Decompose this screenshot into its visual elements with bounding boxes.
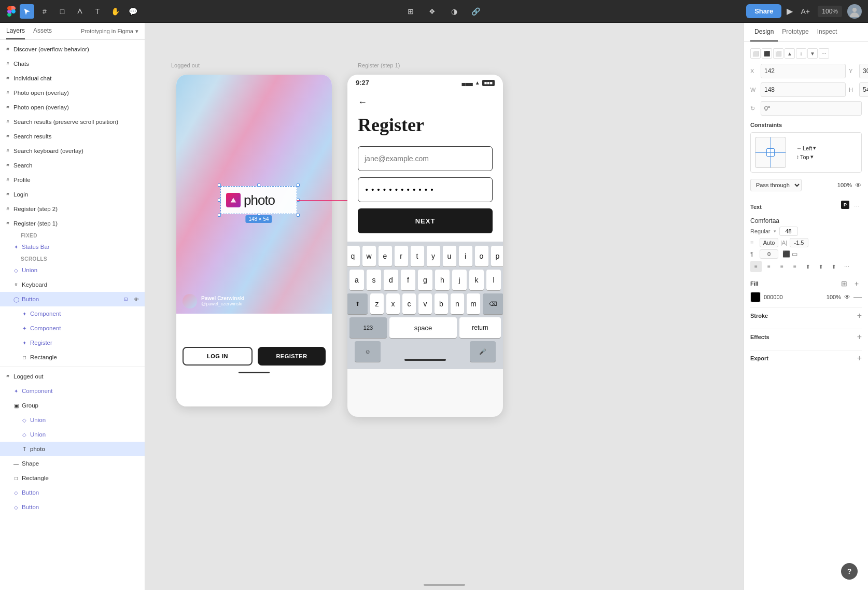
align-center-v-icon[interactable]: ↕ — [796, 48, 806, 59]
align-right-icon[interactable]: ⬜ — [773, 48, 783, 59]
text-align-center[interactable]: ⬛ — [782, 250, 790, 258]
key-mic[interactable]: 🎤 — [470, 341, 496, 362]
align-justify-btn[interactable]: ≡ — [789, 261, 801, 272]
key-v[interactable]: v — [418, 293, 432, 314]
key-e[interactable]: e — [379, 246, 392, 266]
key-o[interactable]: o — [475, 246, 488, 266]
key-h[interactable]: h — [435, 270, 450, 290]
blend-mode-select[interactable]: Pass through Normal Multiply — [750, 179, 802, 191]
a-plus-tool[interactable]: A+ — [798, 4, 813, 19]
layer-shape[interactable]: — Shape — [0, 456, 145, 471]
export-add-button[interactable]: + — [857, 354, 862, 363]
key-b[interactable]: b — [435, 293, 448, 314]
key-a[interactable]: a — [349, 270, 364, 290]
layer-register[interactable]: ✦ Register — [0, 335, 145, 350]
layer-group[interactable]: ▣ Group — [0, 398, 145, 413]
layer-photo-open-2[interactable]: # Photo open (overlay) — [0, 100, 145, 115]
register-button[interactable]: REGISTER — [258, 347, 326, 366]
next-button[interactable]: NEXT — [358, 208, 493, 233]
key-g[interactable]: g — [418, 270, 432, 290]
key-k[interactable]: k — [469, 270, 484, 290]
handle-tl[interactable] — [218, 184, 221, 187]
layer-discover[interactable]: # Discover (overflow behavior) — [0, 42, 145, 57]
layer-register-step1[interactable]: # Register (step 1) — [0, 216, 145, 231]
paragraph-input[interactable] — [760, 249, 778, 259]
key-x[interactable]: x — [386, 293, 400, 314]
layer-profile[interactable]: # Profile — [0, 173, 145, 187]
layer-register-step2[interactable]: # Register (step 2) — [0, 202, 145, 216]
layer-rectangle[interactable]: □ Rectangle — [0, 350, 145, 364]
play-button[interactable]: ▶ — [787, 6, 793, 16]
component-tool[interactable]: ❖ — [425, 4, 440, 19]
photo-logo-box[interactable]: photo 148 × 54 179 — [220, 186, 297, 214]
hand-tool[interactable]: ✋ — [108, 4, 122, 19]
key-p[interactable]: p — [491, 246, 503, 266]
key-d[interactable]: d — [384, 270, 398, 290]
line-height-input[interactable] — [760, 238, 778, 247]
key-w[interactable]: w — [362, 246, 376, 266]
key-backspace[interactable]: ⌫ — [483, 293, 503, 314]
text-tool[interactable]: T — [90, 4, 105, 19]
prototyping-label[interactable]: Prototyping in Figma ▾ — [81, 27, 138, 39]
share-button[interactable]: Share — [746, 4, 781, 18]
key-m[interactable]: m — [467, 293, 480, 314]
w-input[interactable] — [761, 82, 846, 97]
align-top-icon[interactable]: ▲ — [785, 48, 795, 59]
key-l[interactable]: l — [486, 270, 501, 290]
key-y[interactable]: y — [427, 246, 440, 266]
h-input[interactable] — [859, 82, 868, 97]
handle-bl[interactable] — [218, 214, 221, 217]
frame-tool[interactable]: # — [37, 4, 52, 19]
comment-tool[interactable]: 💬 — [125, 4, 140, 19]
layer-button-2[interactable]: ◇ Button — [0, 485, 145, 500]
help-button[interactable]: ? — [841, 563, 858, 580]
fill-add-icon[interactable]: + — [851, 278, 862, 289]
layer-union-1[interactable]: ◇ Union — [0, 413, 145, 427]
pen-tool[interactable] — [73, 4, 87, 19]
layer-photo-text[interactable]: T photo — [0, 442, 145, 456]
handle-br[interactable] — [297, 214, 300, 217]
key-z[interactable]: z — [370, 293, 384, 314]
align-left-icon[interactable]: ⬜ — [750, 48, 761, 59]
password-input[interactable] — [358, 177, 493, 202]
visibility-toggle[interactable]: 👁 — [855, 181, 862, 189]
vertical-constraint[interactable]: ↕ Top ▾ — [796, 153, 816, 160]
contrast-tool[interactable]: ◑ — [447, 4, 461, 19]
login-button[interactable]: LOG IN — [183, 347, 253, 366]
layer-photo-open-1[interactable]: # Photo open (overlay) — [0, 86, 145, 100]
link-tool[interactable]: 🔗 — [469, 4, 483, 19]
figma-logo[interactable] — [6, 6, 17, 17]
layer-button-3[interactable]: ◇ Button — [0, 500, 145, 514]
layer-chats[interactable]: # Chats — [0, 57, 145, 71]
back-button[interactable]: ← — [358, 97, 493, 108]
layer-component-1[interactable]: ✦ Component — [0, 306, 145, 321]
shape-tool[interactable]: □ — [55, 4, 69, 19]
key-t[interactable]: t — [411, 246, 424, 266]
handle-tr[interactable] — [297, 184, 300, 187]
key-n[interactable]: n — [451, 293, 464, 314]
fill-grid-icon[interactable]: ⊞ — [839, 278, 849, 289]
align-bottom-icon[interactable]: ▼ — [807, 48, 818, 59]
align-center-btn[interactable]: ≡ — [763, 261, 775, 272]
key-c[interactable]: c — [402, 293, 416, 314]
key-shift[interactable]: ⬆ — [347, 293, 368, 314]
fill-color-swatch[interactable] — [750, 292, 761, 302]
letter-spacing-input[interactable] — [790, 238, 808, 247]
horizontal-constraint[interactable]: ↔ Left ▾ — [796, 145, 816, 151]
effects-add-button[interactable]: + — [857, 332, 862, 342]
text-top-btn[interactable]: ⬆ — [802, 261, 814, 272]
align-center-h-icon[interactable]: ⬛ — [762, 48, 772, 59]
layer-rectangle-2[interactable]: □ Rectangle — [0, 471, 145, 485]
key-u[interactable]: u — [443, 246, 456, 266]
layer-search-results[interactable]: # Search results — [0, 129, 145, 144]
layer-component-2[interactable]: ✦ Component — [0, 321, 145, 335]
layer-button[interactable]: ◯ Button ⊡ 👁 — [0, 292, 145, 306]
key-space[interactable]: space — [389, 317, 457, 338]
grid-tool[interactable]: ⊞ — [403, 4, 418, 19]
layer-search-keyboard[interactable]: # Search keyboard (overlay) — [0, 144, 145, 158]
align-left-btn[interactable]: ≡ — [750, 261, 762, 272]
key-emoji[interactable]: ☺ — [355, 341, 381, 362]
key-i[interactable]: i — [459, 246, 472, 266]
font-size-input[interactable] — [779, 227, 798, 236]
align-right-btn[interactable]: ≡ — [776, 261, 788, 272]
